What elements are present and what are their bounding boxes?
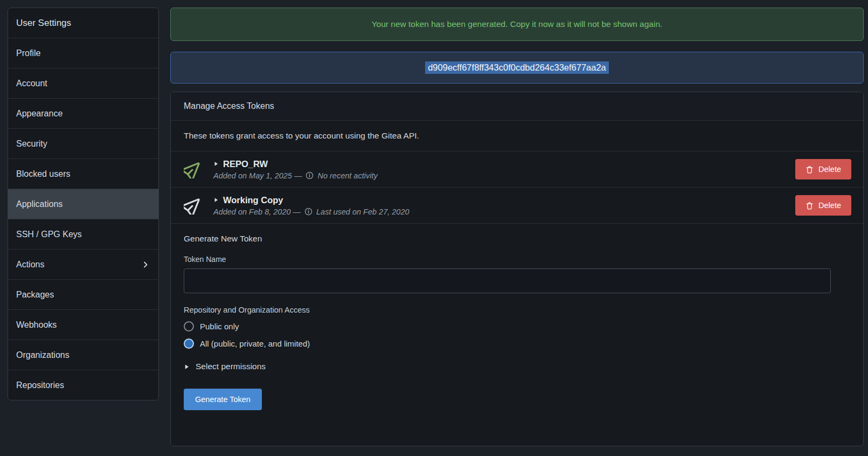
panel-description-text: These tokens grant access to your accoun… — [184, 131, 419, 140]
main-content: Your new token has been generated. Copy … — [170, 8, 864, 446]
delete-token-button[interactable]: Delete — [795, 195, 851, 216]
expand-triangle-icon — [213, 197, 219, 203]
flash-message: Your new token has been generated. Copy … — [372, 19, 663, 29]
sidebar-item-repositories[interactable]: Repositories — [8, 370, 158, 400]
sidebar-item-organizations[interactable]: Organizations — [8, 340, 158, 370]
panel-header: Manage Access Tokens — [171, 92, 863, 121]
token-added-text: Added on Feb 8, 2020 — — [213, 208, 301, 216]
expand-triangle-icon — [213, 161, 219, 167]
paper-airplane-icon — [183, 160, 203, 178]
sidebar-title: User Settings — [8, 8, 158, 38]
sidebar-item-label: SSH / GPG Keys — [16, 230, 82, 239]
sidebar-item-label: Webhooks — [16, 320, 57, 330]
settings-sidebar: User Settings Profile Account Appearance… — [8, 8, 159, 400]
token-row: Working Copy Added on Feb 8, 2020 — Last… — [171, 188, 863, 224]
sidebar-item-label: Packages — [16, 290, 54, 300]
radio-all-access-label: All (public, private, and limited) — [200, 339, 310, 348]
token-value[interactable]: d909ecff67f8ff343c0f0cdbd264c33ef677aa2a — [425, 61, 609, 74]
sidebar-item-label: Appearance — [16, 109, 63, 119]
token-name-label: Token Name — [184, 255, 850, 264]
token-name: REPO_RW — [223, 159, 268, 169]
token-name-toggle[interactable]: REPO_RW — [213, 159, 795, 169]
sidebar-item-label: Applications — [16, 199, 63, 209]
sidebar-item-applications[interactable]: Applications — [8, 189, 158, 219]
delete-token-button[interactable]: Delete — [795, 159, 851, 179]
panel-description: These tokens grant access to your accoun… — [171, 121, 863, 151]
info-icon — [304, 208, 313, 216]
trash-icon — [805, 165, 814, 174]
info-icon — [305, 171, 314, 179]
radio-all-access[interactable]: All (public, private, and limited) — [184, 338, 850, 349]
sidebar-item-packages[interactable]: Packages — [8, 280, 158, 309]
sidebar-item-security[interactable]: Security — [8, 129, 158, 158]
sidebar-item-actions[interactable]: Actions — [8, 250, 158, 279]
select-permissions-toggle[interactable]: Select permissions — [184, 362, 850, 371]
paper-airplane-icon — [183, 196, 203, 215]
sidebar-item-blocked-users[interactable]: Blocked users — [8, 159, 158, 189]
token-row: REPO_RW Added on May 1, 2025 — No recent… — [171, 151, 863, 188]
sidebar-item-label: Organizations — [16, 350, 70, 360]
sidebar-item-ssh-gpg-keys[interactable]: SSH / GPG Keys — [8, 219, 158, 249]
sidebar-title-label: User Settings — [16, 18, 71, 29]
radio-public-only-label: Public only — [200, 322, 239, 331]
generate-token-form: Generate New Token Token Name Repository… — [171, 224, 863, 423]
panel-header-title: Manage Access Tokens — [184, 101, 274, 110]
sidebar-item-account[interactable]: Account — [8, 68, 158, 98]
radio-public-only[interactable]: Public only — [184, 321, 850, 331]
token-activity-text: No recent activity — [317, 171, 377, 180]
radio-circle-icon[interactable] — [184, 321, 194, 331]
access-scope-label: Repository and Organization Access — [184, 306, 850, 314]
expand-triangle-icon — [184, 364, 190, 370]
token-name-toggle[interactable]: Working Copy — [213, 195, 795, 205]
delete-button-label: Delete — [818, 165, 841, 174]
select-permissions-label: Select permissions — [196, 362, 266, 371]
sidebar-item-webhooks[interactable]: Webhooks — [8, 310, 158, 340]
token-added-text: Added on May 1, 2025 — — [213, 171, 302, 180]
sidebar-item-appearance[interactable]: Appearance — [8, 99, 158, 128]
token-list: REPO_RW Added on May 1, 2025 — No recent… — [171, 151, 863, 224]
sidebar-item-label: Account — [16, 79, 47, 88]
form-section-title: Generate New Token — [184, 234, 850, 244]
radio-circle-icon[interactable] — [184, 338, 194, 349]
settings-page: User Settings Profile Account Appearance… — [0, 0, 868, 446]
trash-icon — [805, 202, 814, 210]
flash-success-banner: Your new token has been generated. Copy … — [170, 8, 864, 41]
generate-token-button[interactable]: Generate Token — [184, 389, 262, 410]
delete-button-label: Delete — [818, 201, 841, 210]
sidebar-item-profile[interactable]: Profile — [8, 38, 158, 68]
sidebar-item-label: Profile — [16, 49, 40, 58]
sidebar-item-label: Security — [16, 139, 47, 149]
new-token-box[interactable]: d909ecff67f8ff343c0f0cdbd264c33ef677aa2a — [170, 52, 864, 84]
token-activity-text: Last used on Feb 27, 2020 — [316, 208, 409, 216]
sidebar-item-label: Blocked users — [16, 169, 71, 179]
sidebar-item-label: Actions — [16, 260, 44, 270]
sidebar-item-label: Repositories — [16, 381, 64, 390]
token-name: Working Copy — [223, 195, 283, 205]
access-tokens-panel: Manage Access Tokens These tokens grant … — [170, 92, 864, 446]
token-name-input[interactable] — [184, 268, 831, 293]
chevron-right-icon — [141, 260, 150, 269]
